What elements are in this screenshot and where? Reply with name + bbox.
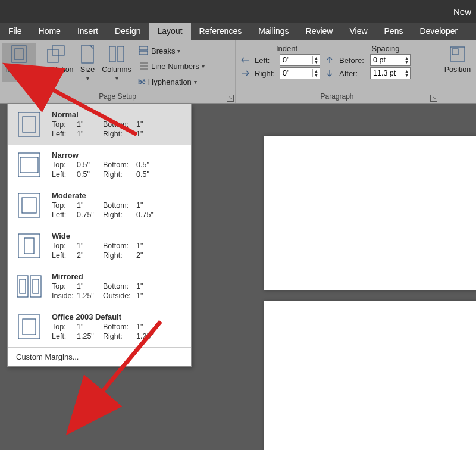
hyphenation-icon: bč (138, 78, 146, 85)
indent-left-icon (240, 56, 250, 64)
size-button[interactable]: Size ▾ (75, 43, 100, 82)
group-paragraph: Indent Spacing Left: ▲▼ Before: ▲▼ Right… (236, 40, 439, 103)
group-page-setup: Margins ▾ Orientation ▾ Size ▾ (0, 40, 236, 103)
margins-preset-office-2003-default[interactable]: Office 2003 DefaultTop:1"Bottom:1"Left:1… (8, 307, 191, 347)
tab-developer[interactable]: Developer (411, 23, 466, 40)
ribbon: Margins ▾ Orientation ▾ Size ▾ (0, 40, 476, 104)
svg-rect-26 (18, 315, 40, 339)
svg-rect-2 (48, 49, 58, 62)
svg-rect-23 (30, 276, 41, 297)
tab-design[interactable]: Design (107, 23, 149, 40)
orientation-icon (45, 44, 65, 64)
tab-view[interactable]: View (341, 23, 375, 40)
chevron-down-icon: ▾ (18, 75, 21, 82)
columns-icon (107, 44, 127, 64)
tab-references[interactable]: References (191, 23, 250, 40)
svg-rect-21 (24, 238, 34, 254)
margins-dropdown: NormalTop:1"Bottom:1"Left:1"Right:1"Narr… (7, 104, 192, 367)
svg-rect-7 (139, 46, 148, 50)
window-title: New (453, 7, 471, 17)
margins-preset-icon (15, 151, 43, 179)
svg-rect-15 (23, 117, 36, 132)
tab-layout[interactable]: Layout (149, 23, 191, 40)
margins-preset-icon (15, 232, 43, 260)
margins-preset-wide[interactable]: WideTop:1"Bottom:1"Left:2"Right:2" (8, 226, 191, 266)
chevron-down-icon: ▾ (202, 63, 205, 70)
svg-rect-24 (20, 279, 26, 293)
svg-rect-13 (452, 49, 458, 55)
svg-rect-25 (33, 279, 39, 293)
position-icon (447, 44, 468, 64)
chevron-down-icon: ▾ (54, 75, 57, 82)
line-numbers-button[interactable]: Line Numbers ▾ (137, 58, 205, 74)
breaks-button[interactable]: Breaks ▾ (137, 43, 205, 58)
title-bar: New (0, 0, 476, 23)
margins-preset-icon (15, 191, 43, 220)
paragraph-launcher[interactable]: ↘ (430, 95, 437, 102)
hyphenation-button[interactable]: bč Hyphenation ▾ (137, 74, 205, 89)
margins-preset-icon (15, 272, 43, 301)
tab-home[interactable]: Home (30, 23, 69, 40)
indent-left-input[interactable]: ▲▼ (280, 54, 320, 66)
chevron-down-icon: ▾ (115, 75, 118, 82)
svg-rect-17 (20, 157, 38, 173)
tab-mailings[interactable]: Mailings (250, 23, 297, 40)
margins-icon (9, 44, 29, 64)
indent-right-icon (240, 69, 250, 77)
tab-insert[interactable]: Insert (69, 23, 107, 40)
chevron-down-icon: ▾ (177, 48, 180, 54)
svg-rect-8 (139, 51, 148, 55)
page-setup-label: Page Setup (2, 92, 233, 102)
svg-rect-4 (82, 45, 93, 63)
spacing-before-icon (325, 56, 334, 64)
margins-preset-icon (15, 312, 43, 341)
group-arrange: Position (439, 40, 476, 103)
position-button[interactable]: Position (441, 43, 474, 74)
document-page[interactable] (264, 136, 476, 290)
tab-review[interactable]: Review (298, 23, 342, 40)
chevron-down-icon: ▾ (86, 75, 89, 82)
document-page[interactable] (264, 301, 476, 450)
svg-rect-5 (109, 46, 115, 62)
custom-margins-button[interactable]: Custom Margins... (8, 347, 191, 366)
svg-rect-27 (23, 319, 36, 335)
margins-preset-normal[interactable]: NormalTop:1"Bottom:1"Left:1"Right:1" (8, 104, 191, 145)
chevron-down-icon: ▾ (194, 79, 197, 85)
tab-file[interactable]: File (0, 23, 30, 40)
line-numbers-icon (138, 61, 149, 71)
columns-button[interactable]: Columns ▾ (100, 43, 133, 82)
ribbon-tabs: FileHomeInsertDesignLayoutReferencesMail… (0, 23, 476, 40)
spacing-after-input[interactable]: ▲▼ (370, 67, 411, 79)
size-icon (77, 44, 98, 64)
svg-rect-22 (17, 276, 28, 297)
tab-pens[interactable]: Pens (376, 23, 412, 40)
margins-preset-moderate[interactable]: ModerateTop:1"Bottom:1"Left:0.75"Right:0… (8, 185, 191, 226)
indent-right-input[interactable]: ▲▼ (280, 67, 320, 79)
svg-rect-0 (12, 46, 26, 62)
margins-button[interactable]: Margins ▾ (2, 43, 36, 82)
spacing-after-icon (325, 69, 334, 77)
spacing-before-input[interactable]: ▲▼ (370, 54, 411, 66)
svg-rect-19 (22, 198, 36, 213)
margins-preset-mirrored[interactable]: MirroredTop:1"Bottom:1"Inside:1.25"Outsi… (8, 266, 191, 307)
svg-rect-6 (118, 46, 124, 62)
svg-rect-14 (18, 112, 40, 136)
svg-rect-1 (15, 49, 23, 60)
svg-rect-20 (18, 234, 40, 258)
orientation-button[interactable]: Orientation ▾ (36, 43, 75, 82)
breaks-icon (138, 45, 149, 56)
svg-rect-16 (18, 153, 40, 177)
margins-preset-narrow[interactable]: NarrowTop:0.5"Bottom:0.5"Left:0.5"Right:… (8, 145, 191, 185)
margins-preset-icon (15, 110, 43, 139)
paragraph-label: Paragraph (238, 92, 436, 102)
page-setup-launcher[interactable]: ↘ (227, 95, 234, 102)
